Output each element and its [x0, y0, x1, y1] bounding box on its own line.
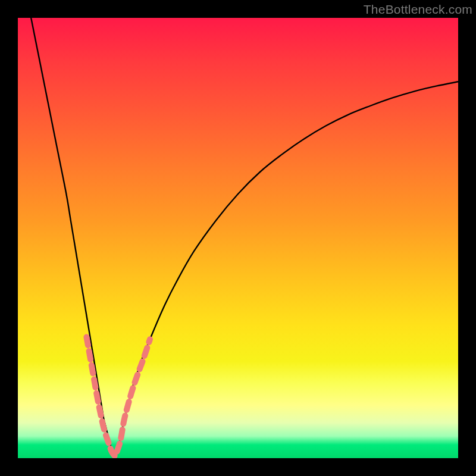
chart-svg [18, 18, 458, 458]
plot-area [18, 18, 458, 458]
series-left-pink-dashes [86, 337, 114, 456]
watermark-text: TheBottleneck.com [364, 2, 472, 17]
series-right-pink-dashes [117, 339, 151, 452]
series-left-curve [31, 18, 115, 456]
chart-frame: TheBottleneck.com [0, 0, 476, 476]
series-group [31, 18, 458, 456]
series-right-curve [115, 82, 458, 456]
